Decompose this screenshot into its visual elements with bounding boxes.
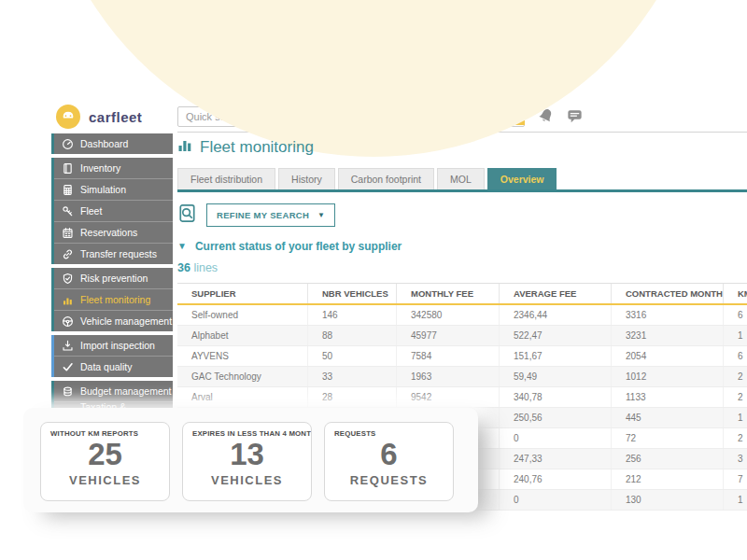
sidebar-item-label: Inventory (80, 162, 120, 174)
chat-icon[interactable] (566, 107, 584, 125)
toolbar: REFINE MY SEARCH ▼ (177, 203, 747, 227)
sidebar-group: Import inspection Data quality (51, 335, 173, 377)
tab-mol[interactable]: MOL (437, 168, 485, 189)
table-cell: 1133 (612, 387, 724, 407)
table-cell: 2 (724, 367, 747, 386)
page-title: Fleet monitoring (177, 137, 747, 157)
sidebar-item-simulation[interactable]: Simulation (54, 179, 173, 201)
table-cell: 151,67 (500, 346, 612, 366)
sidebar-item-label: Transfer requests (80, 248, 157, 259)
column-header[interactable]: KM (724, 284, 747, 303)
sidebar-item-reservations[interactable]: Reservations (54, 222, 173, 244)
table-cell: 2054 (612, 346, 724, 366)
sidebar-item-dashboard[interactable]: Dashboard (54, 133, 173, 154)
page-title-text: Fleet monitoring (200, 138, 314, 157)
sidebar-item-label: Budget management (80, 385, 171, 397)
download-icon (62, 340, 74, 352)
calendar-icon (62, 227, 74, 239)
table-cell: 1 (724, 326, 747, 345)
table-cell: AYVENS (177, 346, 308, 366)
table-row[interactable]: Alphabet8845977522,4732311 (177, 326, 747, 346)
tab-fleet-distribution[interactable]: Fleet distribution (177, 168, 275, 189)
simulation-icon (62, 184, 74, 196)
stat-card-value: 13 (183, 439, 311, 471)
table-cell: 0 (500, 490, 612, 510)
sidebar-item-risk-prevention[interactable]: Risk prevention (54, 268, 173, 289)
car-logo-icon (60, 106, 77, 127)
chevron-down-icon: ▼ (317, 212, 325, 219)
column-header[interactable]: CONTRACTED MONTHS (612, 284, 724, 303)
table-cell: 146 (308, 305, 397, 325)
bar-chart-icon (62, 294, 74, 306)
sidebar-group: Dashboard (51, 133, 173, 154)
table-cell: 1 (724, 408, 747, 427)
tab-bar: Fleet distributionHistoryCarbon footprin… (177, 168, 747, 189)
table-cell: 28 (308, 387, 397, 407)
table-cell: 72 (612, 428, 724, 448)
sidebar-item-label: Dashboard (80, 138, 128, 149)
stat-card-value: 6 (325, 439, 453, 471)
sidebar-item-budget-management[interactable]: Budget management (54, 381, 173, 402)
sidebar-item-fleet-monitoring[interactable]: Fleet monitoring (54, 289, 173, 311)
sidebar-item-label: Reservations (80, 227, 137, 238)
table-row[interactable]: Self-owned1463425802346,4433166 (177, 305, 747, 326)
table-cell: 33 (308, 367, 397, 386)
table-header-row: SUPPLIERNBR VEHICLESMONTHLY FEEAVERAGE F… (177, 283, 747, 305)
table-row[interactable]: AYVENS507584151,6720546 (177, 346, 747, 367)
column-header[interactable]: MONTHLY FEE (397, 284, 500, 303)
table-cell: 88 (308, 326, 397, 345)
table-cell: 250,56 (500, 408, 612, 427)
stat-card-unit: REQUESTS (325, 473, 453, 487)
column-header[interactable]: NBR VEHICLES (308, 284, 397, 303)
stat-card-without-km-reports[interactable]: WITHOUT KM REPORTS 25 VEHICLES (40, 422, 170, 501)
sidebar-group: Inventory Simulation Fleet Reservations … (51, 158, 173, 264)
table-cell: Arval (177, 387, 308, 407)
sidebar-item-vehicle-management[interactable]: Vehicle management (54, 311, 173, 331)
tab-overview[interactable]: Overview (487, 168, 557, 189)
table-cell: 45977 (397, 326, 500, 345)
sidebar: Dashboard Inventory Simulation Fleet Res… (51, 133, 173, 427)
table-cell: 7 (724, 469, 747, 489)
table-cell: 1963 (397, 367, 500, 386)
sidebar-item-fleet[interactable]: Fleet (54, 201, 173, 222)
sidebar-item-inventory[interactable]: Inventory (54, 158, 173, 179)
stat-card-unit: VEHICLES (183, 473, 311, 487)
table-cell: 256 (612, 449, 724, 469)
table-cell: 342580 (397, 305, 500, 325)
coins-icon (62, 385, 74, 398)
table-row[interactable]: GAC Technology33196359,4910122 (177, 367, 747, 387)
lines-count: 36 (177, 261, 190, 274)
table-cell: 3316 (612, 305, 724, 325)
refine-my-search-button[interactable]: REFINE MY SEARCH ▼ (206, 203, 335, 227)
refine-button-label: REFINE MY SEARCH (217, 210, 309, 220)
sidebar-item-transfer-requests[interactable]: Transfer requests (54, 244, 173, 264)
column-header[interactable]: AVERAGE FEE (500, 284, 612, 303)
stat-card-expires-in-less-than-4-months[interactable]: EXPIRES IN LESS THAN 4 MONTHS 13 VEHICLE… (182, 422, 312, 501)
table-cell: 2 (724, 387, 747, 407)
tab-carbon-footprint[interactable]: Carbon footprint (338, 168, 434, 189)
table-cell: 445 (612, 408, 724, 427)
tab-history[interactable]: History (278, 168, 335, 189)
inventory-icon (62, 162, 74, 175)
sidebar-group: Risk prevention Fleet monitoring Vehicle… (51, 268, 173, 331)
sidebar-item-label: Fleet (80, 205, 102, 217)
column-header[interactable]: SUPPLIER (177, 284, 308, 303)
table-cell: 0 (500, 428, 612, 448)
sidebar-item-import-inspection[interactable]: Import inspection (54, 335, 173, 357)
table-cell: 130 (612, 490, 724, 510)
sidebar-item-label: Data quality (80, 361, 132, 372)
stat-card-value: 25 (41, 439, 169, 471)
sidebar-item-label: Fleet monitoring (80, 294, 150, 305)
table-cell: 1012 (612, 367, 724, 386)
stat-card-requests[interactable]: REQUESTS 6 REQUESTS (324, 422, 454, 501)
sidebar-item-label: Simulation (80, 184, 126, 195)
sidebar-item-data-quality[interactable]: Data quality (54, 357, 173, 377)
table-row[interactable]: Arval289542340,7811332 (177, 387, 747, 408)
tab-underline (177, 189, 747, 192)
table-cell: 247,33 (500, 449, 612, 469)
stat-card-unit: VEHICLES (41, 473, 169, 487)
logo (56, 105, 80, 129)
table-cell: 6 (724, 305, 747, 325)
section-header[interactable]: ▼ Current status of your fleet by suppli… (177, 240, 747, 253)
steering-wheel-icon (62, 315, 74, 328)
